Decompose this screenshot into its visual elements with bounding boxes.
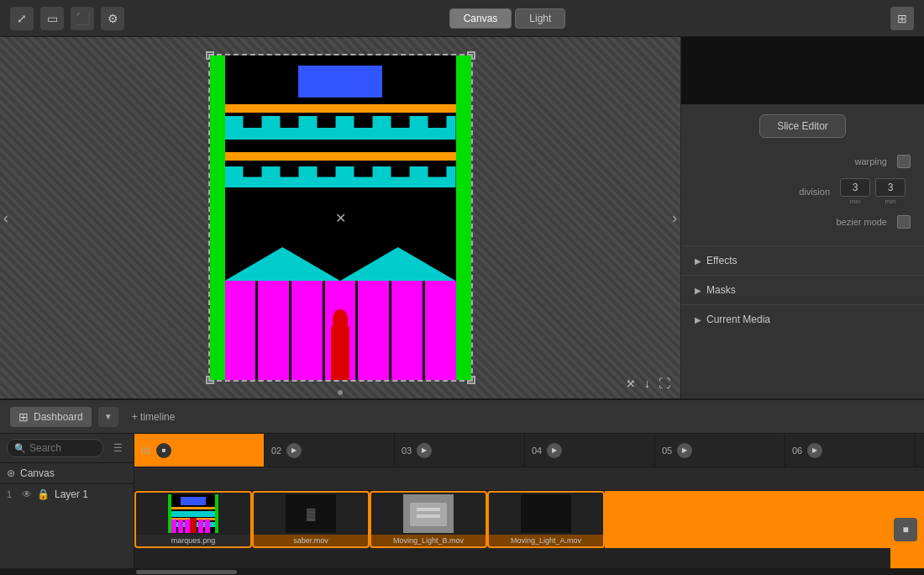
settings-icon[interactable]: ⚙ <box>101 7 124 30</box>
art-cyan-steps1 <box>225 116 456 140</box>
clip-light-a-thumb <box>489 493 603 535</box>
track-04-label: 04 <box>532 446 542 456</box>
horizontal-scrollbar[interactable] <box>0 568 924 575</box>
clip-marques-label: marques.png <box>136 535 250 546</box>
svg-rect-19 <box>417 508 440 511</box>
canvas-layers-icon: ⊛ <box>7 467 15 479</box>
top-toolbar: ⤢ ▭ ⬛ ⚙ Canvas Light ⊞ <box>0 0 924 37</box>
svg-rect-3 <box>181 497 206 505</box>
division-input-1[interactable] <box>840 178 870 197</box>
timeline-header: ⊞ Dashboard ▼ + timeline <box>0 400 924 434</box>
stop-button[interactable]: ■ <box>894 518 917 541</box>
dashboard-button[interactable]: ⊞ Dashboard <box>10 407 92 427</box>
art-col-2 <box>258 281 289 380</box>
layer-lock-icon[interactable]: 🔒 <box>37 488 50 500</box>
dashboard-label: Dashboard <box>34 411 83 423</box>
fullscreen-icon[interactable]: ⛶ <box>659 377 670 390</box>
art-col-7 <box>425 281 456 380</box>
timeline-dropdown-arrow[interactable]: ▼ <box>98 407 118 427</box>
clip-marques[interactable]: marques.png <box>134 491 252 548</box>
track-06-label: 06 <box>792 446 802 456</box>
division-label: division <box>695 187 840 197</box>
clip-light-a-label: Moving_Light_A.mov <box>489 535 603 546</box>
track-cell-02[interactable]: 02 ▶ <box>265 434 395 467</box>
download-icon[interactable]: ↓ <box>644 377 650 390</box>
grid-view-icon[interactable]: ⊞ <box>890 7 914 30</box>
search-icon: 🔍 <box>14 443 26 454</box>
bezier-mode-checkbox[interactable] <box>897 215 911 229</box>
track-cell-06[interactable]: 06 ▶ <box>785 434 916 467</box>
division-input-2-box: min <box>875 178 906 205</box>
art-cyan-mountain <box>225 247 456 281</box>
scrollbar-thumb[interactable] <box>136 570 237 574</box>
preview-thumb <box>681 37 924 104</box>
layer-row: 1 👁 🔒 Layer 1 <box>0 484 134 504</box>
track-cell-03[interactable]: 03 ▶ <box>395 434 525 467</box>
properties-section: warping division min min bezier mode <box>681 148 924 245</box>
track-06-play-btn[interactable]: ▶ <box>807 443 822 458</box>
masks-header[interactable]: ▶ Masks <box>681 276 924 304</box>
current-media-section: ▶ Current Media <box>681 304 924 334</box>
clip-saber-art: ▓ <box>286 494 336 533</box>
effects-header[interactable]: ▶ Effects <box>681 246 924 275</box>
art-cyan-steps2 <box>225 166 456 187</box>
current-media-label: Current Media <box>706 314 770 325</box>
svg-rect-14 <box>190 518 197 533</box>
art-col-3 <box>291 281 323 380</box>
clip-light-b-thumb <box>371 493 486 535</box>
empty-track <box>605 491 890 548</box>
stop-btn-area: ■ <box>890 491 924 568</box>
canvas-tab[interactable]: Canvas <box>449 8 512 29</box>
transform-icon[interactable]: ⤢ <box>10 7 34 30</box>
division-sub-2: min <box>885 198 896 205</box>
track-03-play-btn[interactable]: ▶ <box>417 443 432 458</box>
main-area: ‹ ✕ <box>0 37 924 398</box>
effects-section: ▶ Effects <box>681 245 924 275</box>
track-numbers-row: 01 ■ 02 ▶ 03 ▶ 04 ▶ 05 ▶ <box>134 434 924 467</box>
division-input-2[interactable] <box>875 178 906 197</box>
division-input-1-box: min <box>840 178 870 205</box>
canvas-layer-label: Canvas <box>20 467 55 479</box>
canvas-track-fill <box>134 467 924 490</box>
list-view-icon[interactable]: ☰ <box>108 439 127 457</box>
canvas-row: ⊛ Canvas <box>0 463 134 484</box>
canvas-track-row <box>134 467 924 491</box>
slice-editor-button[interactable]: Slice Editor <box>759 114 846 138</box>
add-timeline-label[interactable]: + timeline <box>125 408 182 426</box>
art-red-figure <box>325 300 355 380</box>
clip-light-a[interactable]: Moving_Light_A.mov <box>487 491 605 548</box>
clip-light-b[interactable]: Moving_Light_B.mov <box>370 491 487 548</box>
search-input[interactable] <box>29 442 88 454</box>
track-cell-01[interactable]: 01 ■ <box>134 434 265 467</box>
canvas-bottom-icons: ⤧ ↓ ⛶ <box>626 377 670 390</box>
current-media-header[interactable]: ▶ Current Media <box>681 305 924 334</box>
timeline-search-row: 🔍 ☰ <box>0 434 134 463</box>
fast-forward-area: ⏩ <box>916 437 924 464</box>
layer-visibility-icon[interactable]: 👁 <box>22 488 32 500</box>
track-cell-04[interactable]: 04 ▶ <box>525 434 655 467</box>
warping-checkbox[interactable] <box>897 155 911 168</box>
canvas-art: ✕ <box>210 55 471 380</box>
screenshot-icon[interactable]: ⬛ <box>71 7 94 30</box>
clip-light-a-art <box>521 494 571 533</box>
track-cell-05[interactable]: 05 ▶ <box>655 434 785 467</box>
right-arrow-icon[interactable]: › <box>669 206 680 230</box>
track-05-play-btn[interactable]: ▶ <box>677 443 692 458</box>
layer-track-row: marques.png ▓ saber.mov <box>134 491 924 568</box>
left-arrow-icon[interactable]: ‹ <box>0 206 12 230</box>
svg-rect-13 <box>205 520 210 533</box>
clip-saber-thumb: ▓ <box>254 493 368 535</box>
svg-text:▓: ▓ <box>307 507 316 522</box>
svg-rect-8 <box>171 520 176 533</box>
warping-label: warping <box>695 156 897 166</box>
track-04-play-btn[interactable]: ▶ <box>547 443 562 458</box>
art-red-fig-body <box>331 325 349 380</box>
light-tab[interactable]: Light <box>515 8 565 29</box>
svg-rect-2 <box>215 494 218 533</box>
clip-saber[interactable]: ▓ saber.mov <box>252 491 370 548</box>
track-02-play-btn[interactable]: ▶ <box>286 443 302 458</box>
crop-icon[interactable]: ▭ <box>40 7 64 30</box>
track-01-stop-btn[interactable]: ■ <box>156 443 171 458</box>
bottom-area: ⊞ Dashboard ▼ + timeline 🔍 ☰ ⊛ Canvas 1 … <box>0 398 924 575</box>
move-icon[interactable]: ⤧ <box>626 377 636 390</box>
